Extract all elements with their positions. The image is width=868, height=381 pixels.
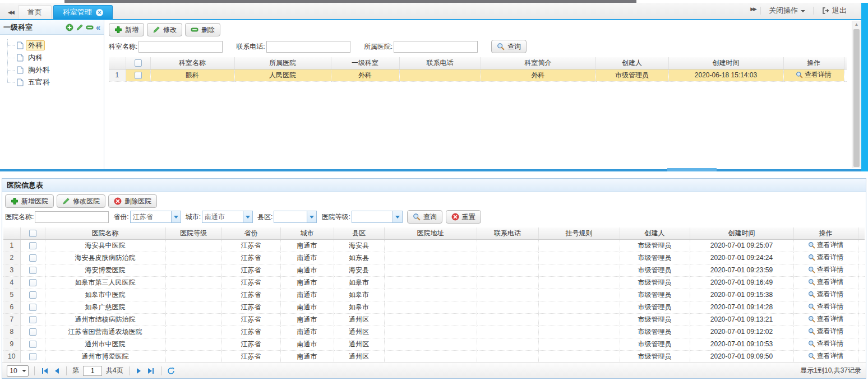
table-row[interactable]: 1眼科人民医院外科外科市级管理员2020-06-18 15:14:03查看详情	[109, 69, 847, 81]
tree-item-xiongwaike[interactable]: 胸外科	[9, 64, 104, 76]
table-row[interactable]: 4如皋市第三人民医院江苏省南通市如皋市市级管理员2020-07-01 09:16…	[3, 276, 865, 289]
prev-page-button[interactable]	[53, 368, 61, 374]
column-header[interactable]: 县区	[334, 227, 384, 239]
scroll-tabs-right-icon[interactable]: ▶▶	[748, 6, 760, 16]
table-row[interactable]: 3海安博爱医院江苏省南通市海安县市级管理员2020-07-01 09:23:59…	[3, 264, 865, 276]
next-page-button[interactable]	[135, 368, 142, 374]
column-header[interactable]: 医院等级	[165, 227, 221, 239]
edit-button[interactable]: 修改	[147, 23, 182, 36]
hospital-input[interactable]	[394, 41, 478, 53]
close-tab-icon[interactable]: ×	[96, 9, 103, 16]
row-checkbox[interactable]	[29, 279, 36, 286]
hospital-query-button[interactable]: 查询	[407, 210, 442, 224]
view-details-link[interactable]: 查看详情	[808, 253, 844, 262]
select-all-checkbox[interactable]	[29, 230, 36, 237]
horizontal-scrollbar[interactable]	[0, 169, 868, 171]
logout-button[interactable]: 退出	[814, 6, 855, 16]
add-node-icon[interactable]	[66, 24, 73, 31]
horizontal-scrollbar-thumb[interactable]	[667, 168, 717, 171]
row-checkbox[interactable]	[29, 328, 36, 336]
table-row[interactable]: 10通州市博爱医院江苏省南通市通州区市级管理员2020-07-01 09:09:…	[3, 350, 865, 363]
column-header[interactable]: 创建时间	[668, 57, 783, 69]
column-header[interactable]: 联系电话	[399, 57, 481, 69]
row-checkbox[interactable]	[135, 72, 142, 79]
column-header[interactable]: 省份	[221, 227, 280, 239]
close-operations-button[interactable]: 关闭操作	[761, 6, 813, 16]
column-header[interactable]: 医院地址	[384, 227, 477, 239]
column-header[interactable]: 操作	[793, 227, 858, 239]
add-hospital-button[interactable]: 新增医院	[5, 194, 54, 208]
view-details-link[interactable]: 查看详情	[808, 290, 844, 299]
column-header[interactable]: 创建人	[595, 57, 668, 69]
table-row[interactable]: 8江苏省国营南通农场医院江苏省南通市通州区市级管理员2020-07-01 09:…	[3, 326, 865, 338]
table-row[interactable]: 2海安县皮肤病防治院江苏省南通市如东县市级管理员2020-07-01 09:24…	[3, 252, 865, 264]
edit-hospital-button[interactable]: 修改医院	[57, 194, 105, 208]
table-row[interactable]: 1海安县中医院江苏省南通市海安县市级管理员2020-07-01 09:25:07…	[3, 239, 865, 252]
tab-home[interactable]: 首页	[18, 5, 52, 19]
tree-item-neike[interactable]: 内科	[9, 52, 104, 64]
column-header[interactable]: 挂号规则	[538, 227, 620, 239]
view-details-link[interactable]: 查看详情	[808, 277, 844, 287]
table-row[interactable]: 6如皋广慈医院江苏省南通市如皋市市级管理员2020-07-01 09:14:28…	[3, 301, 865, 313]
delete-hospital-button[interactable]: 删除医院	[108, 194, 157, 208]
row-checkbox[interactable]	[29, 254, 36, 262]
refresh-icon[interactable]	[167, 367, 175, 375]
row-checkbox[interactable]	[29, 341, 36, 348]
column-header[interactable]: 联系电话	[477, 227, 538, 239]
dept-name-input[interactable]	[138, 41, 223, 53]
view-details-link[interactable]: 查看详情	[808, 327, 844, 336]
column-header[interactable]: 创建人	[620, 227, 690, 239]
column-header[interactable]: 科室名称	[150, 57, 234, 69]
view-details-link[interactable]: 查看详情	[808, 302, 844, 312]
column-header[interactable]: 科室简介	[481, 57, 595, 69]
table-row[interactable]: 9通州市中医院江苏省南通市通州区市级管理员2020-07-01 09:10:53…	[3, 338, 865, 350]
column-header[interactable]: 所属医院	[234, 57, 331, 69]
column-header[interactable]: 操作	[783, 57, 844, 69]
county-select[interactable]	[274, 211, 317, 223]
select-all-checkbox[interactable]	[135, 59, 142, 67]
filler-cell	[858, 301, 865, 313]
row-checkbox[interactable]	[29, 242, 36, 249]
scrollbar-thumb[interactable]	[853, 29, 860, 167]
table-row[interactable]: 7通州市结核病防治院江苏省南通市通州区市级管理员2020-07-01 09:13…	[3, 313, 865, 326]
column-header[interactable]: 医院名称	[45, 227, 165, 239]
row-checkbox[interactable]	[29, 316, 36, 323]
city-select[interactable]: 南通市	[202, 211, 253, 223]
row-checkbox[interactable]	[29, 353, 36, 360]
last-page-button[interactable]	[146, 368, 155, 374]
column-header[interactable]: 城市	[280, 227, 334, 239]
scroll-up-icon[interactable]: ▲	[852, 21, 861, 29]
hospital-level-select[interactable]	[352, 211, 403, 223]
page-size-select[interactable]: 10	[7, 365, 29, 377]
view-details-link[interactable]: 查看详情	[808, 240, 844, 250]
column-header[interactable]: 一级科室	[331, 57, 399, 69]
reset-button[interactable]: 重置	[446, 210, 481, 224]
hospital-name-input[interactable]	[35, 211, 109, 223]
row-checkbox[interactable]	[29, 267, 36, 274]
tab-dept-management[interactable]: 科室管理 ×	[53, 5, 113, 19]
view-details-link[interactable]: 查看详情	[796, 70, 832, 80]
tree-item-wuguanke[interactable]: 五官科	[9, 76, 104, 89]
first-page-button[interactable]	[40, 368, 49, 374]
query-button[interactable]: 查询	[491, 40, 527, 53]
cell-checkbox	[126, 69, 150, 81]
row-checkbox[interactable]	[29, 304, 36, 311]
page-number-input[interactable]	[83, 366, 102, 376]
phone-input[interactable]	[266, 41, 350, 53]
vertical-scrollbar[interactable]: ▲	[852, 21, 861, 168]
column-header[interactable]: 创建时间	[690, 227, 793, 239]
table-row[interactable]: 5如皋市中医院江苏省南通市如皋市市级管理员2020-07-01 09:15:38…	[3, 289, 865, 301]
view-details-link[interactable]: 查看详情	[808, 351, 844, 361]
collapse-sidebar-icon[interactable]: «	[96, 24, 100, 31]
add-button[interactable]: 新增	[109, 23, 144, 36]
view-details-link[interactable]: 查看详情	[808, 265, 844, 275]
row-checkbox[interactable]	[29, 291, 36, 299]
delete-button[interactable]: 删除	[185, 23, 220, 36]
province-select[interactable]: 江苏省	[130, 211, 181, 223]
remove-node-icon[interactable]	[86, 24, 94, 31]
edit-node-icon[interactable]	[76, 24, 84, 31]
scroll-tabs-left-icon[interactable]: ◀◀	[6, 10, 18, 19]
tree-item-waike[interactable]: 外科	[9, 39, 104, 52]
view-details-link[interactable]: 查看详情	[808, 339, 844, 349]
view-details-link[interactable]: 查看详情	[808, 314, 844, 324]
